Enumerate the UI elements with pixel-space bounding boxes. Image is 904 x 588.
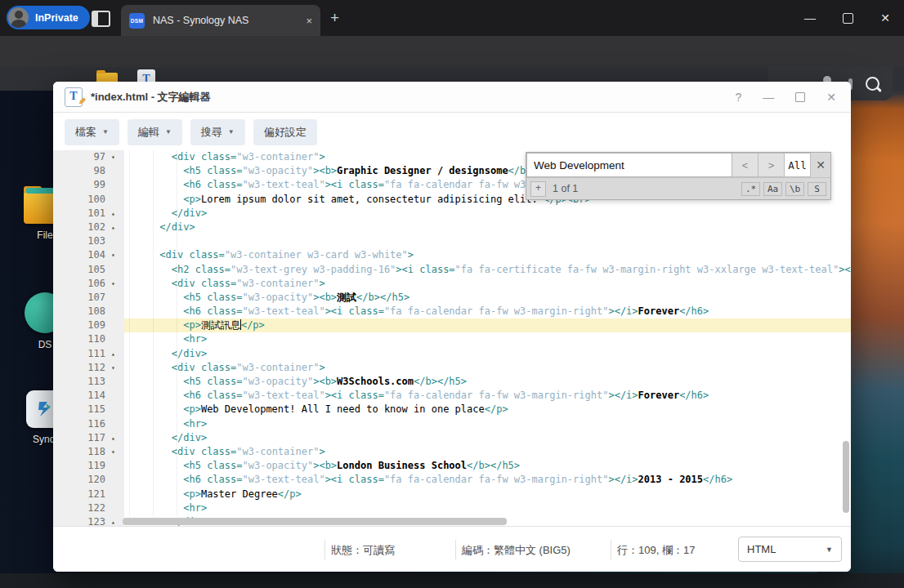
code-token: <div class= [172, 362, 236, 373]
text-editor-app-icon: T [65, 87, 83, 107]
fold-gutter [110, 291, 124, 305]
status-separator [455, 540, 456, 559]
line-number: 122 [53, 501, 110, 515]
fold-gutter [110, 263, 124, 277]
search-next-button[interactable]: > [759, 153, 785, 177]
language-select[interactable]: HTML ▼ [738, 537, 842, 562]
code-token: ><i class= [325, 474, 384, 485]
vertical-tabs-icon[interactable] [92, 11, 110, 27]
search-panel: < > All ✕ + 1 of 1 .*Aa\bS [526, 152, 831, 200]
profile-avatar-icon [8, 7, 29, 28]
inprivate-badge[interactable]: InPrivate [7, 6, 90, 29]
menu-button-2[interactable]: 搜尋▼ [190, 119, 245, 145]
window-close-button[interactable]: ✕ [866, 0, 904, 36]
fold-toggle-icon[interactable]: ▾ [110, 445, 124, 459]
menu-button-0[interactable]: 檔案▼ [65, 119, 119, 145]
fold-toggle-icon[interactable]: ▴ [110, 431, 124, 445]
search-add-button[interactable]: + [530, 181, 546, 197]
fold-toggle-icon[interactable]: ▴ [110, 207, 124, 220]
code-token: 測試 [337, 292, 356, 303]
status-separator [611, 540, 611, 559]
search-input[interactable] [526, 153, 732, 177]
window-minimize-button[interactable]: — [791, 0, 829, 36]
code-line: 115<p>Web Development! All I need to kno… [53, 403, 851, 416]
code-text: <div class="w3-container w3-card w3-whit… [124, 248, 851, 262]
code-line: 103 [53, 234, 851, 248]
fold-gutter [110, 375, 124, 389]
code-token: ></i> [608, 390, 638, 401]
editor-title-bar[interactable]: T *index.html - 文字編輯器 ? — ✕ [53, 82, 851, 113]
fold-toggle-icon[interactable]: ▴ [110, 347, 124, 361]
code-token: > [319, 278, 324, 289]
maximize-icon [843, 13, 853, 24]
code-token: "w3-text-teal" [242, 179, 324, 190]
fold-gutter [110, 403, 124, 416]
code-token: </b></h5> [356, 292, 409, 303]
code-line: 117▴</div> [53, 431, 851, 445]
code-token: > [408, 249, 414, 261]
menu-button-3[interactable]: 偏好設定 [253, 119, 317, 145]
window-maximize-button[interactable] [829, 0, 866, 36]
fold-toggle-icon[interactable]: ▾ [110, 248, 124, 262]
code-token: "w3-container" [236, 278, 319, 289]
fold-gutter [110, 318, 124, 332]
code-token: > [319, 362, 324, 373]
editor-minimize-button[interactable]: — [763, 91, 774, 104]
code-text: <h6 class="w3-text-teal"><i class="fa fa… [124, 389, 851, 403]
code-line: 108<h6 class="w3-text-teal"><i class="fa… [53, 305, 851, 318]
code-token: <h5 class= [183, 376, 242, 387]
editor-close-button[interactable]: ✕ [826, 91, 836, 104]
code-token: </div> [159, 221, 195, 233]
code-text: <h2 class="w3-text-grey w3-padding-16"><… [124, 263, 851, 277]
line-number: 119 [53, 459, 110, 473]
new-tab-button[interactable]: + [330, 9, 339, 27]
code-token: "w3-opacity" [242, 376, 313, 387]
code-token: ><b> [313, 376, 337, 387]
search-option-word[interactable]: \b [785, 182, 804, 196]
code-token: ><i class= [396, 264, 454, 275]
fold-toggle-icon[interactable]: ▾ [110, 150, 124, 164]
search-icon[interactable] [866, 77, 879, 91]
code-token: "w3-opacity" [242, 165, 313, 176]
tab-close-icon[interactable]: × [306, 15, 312, 27]
search-close-icon[interactable]: ✕ [811, 153, 830, 177]
search-option-case[interactable]: Aa [763, 182, 782, 196]
code-token: 測試訊息 [201, 319, 240, 331]
code-token: "fa fa-calendar fa-fw w3-margin-right" [384, 474, 609, 485]
code-line: 102▴</div> [53, 220, 851, 234]
line-number: 101 [53, 207, 110, 220]
code-text: </div> [124, 431, 851, 445]
editor-help-button[interactable]: ? [735, 91, 741, 104]
vertical-scrollbar[interactable] [843, 441, 849, 513]
search-prev-button[interactable]: < [732, 153, 759, 177]
fold-toggle-icon[interactable]: ▾ [110, 277, 124, 291]
code-text: <hr> [124, 501, 851, 515]
browser-toolbar: ← ↻ https://webspace.stat.sinica.edu.tw:… [0, 36, 904, 67]
code-token: <p> [183, 319, 201, 331]
search-all-button[interactable]: All [785, 153, 811, 177]
search-option-regex[interactable]: .* [741, 182, 760, 196]
fold-gutter [110, 178, 124, 192]
editor-window-title: *index.html - 文字編輯器 [91, 90, 727, 105]
code-token: <h2 class= [172, 264, 230, 275]
code-token: "w3-opacity" [242, 292, 313, 303]
menu-label: 編輯 [138, 125, 159, 140]
code-text: <h5 class="w3-opacity"><b>London Busines… [124, 459, 851, 473]
search-option-selection[interactable]: S [808, 182, 826, 196]
fold-toggle-icon[interactable]: ▴ [110, 220, 124, 234]
menu-button-1[interactable]: 編輯▼ [128, 119, 182, 145]
editor-maximize-button[interactable] [795, 92, 805, 102]
code-token: <hr> [183, 502, 207, 514]
line-number: 116 [53, 417, 110, 431]
line-number: 109 [53, 318, 110, 332]
code-text: <p>測試訊息</p> [124, 318, 851, 332]
code-token: "w3-text-teal" [242, 305, 324, 317]
browser-tab-strip: InPrivate DSM NAS - Synology NAS × + — ✕ [0, 0, 904, 36]
browser-tab[interactable]: DSM NAS - Synology NAS × [121, 5, 320, 36]
status-cursor-position: 行：109, 欄：17 [617, 543, 695, 558]
code-editor-area[interactable]: 97▾<div class="w3-container">98<h5 class… [53, 150, 851, 527]
fold-gutter [110, 473, 124, 487]
horizontal-scrollbar[interactable] [123, 518, 507, 525]
editor-status-bar: 狀態：可讀寫 編碼：繁體中文 (BIG5) 行：109, 欄：17 HTML ▼ [53, 526, 851, 572]
fold-toggle-icon[interactable]: ▾ [110, 361, 124, 375]
